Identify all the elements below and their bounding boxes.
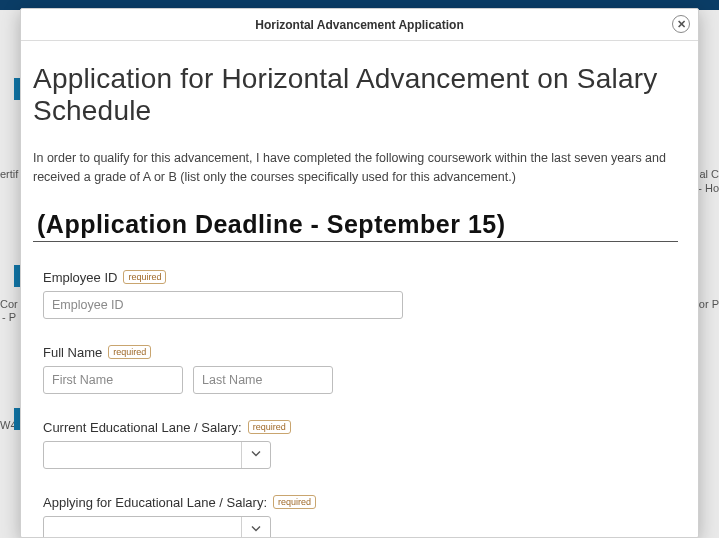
select-divider: [241, 442, 242, 468]
bg-text: or P: [699, 298, 719, 310]
page-title: Application for Horizontal Advancement o…: [33, 63, 678, 127]
deadline-heading: (Application Deadline - September 15): [33, 210, 678, 242]
required-pill: required: [108, 345, 151, 359]
current-lane-label-row: Current Educational Lane / Salary: requi…: [43, 420, 678, 435]
close-icon: ✕: [677, 18, 686, 31]
bg-text: - Ho: [698, 182, 719, 194]
employee-id-label-row: Employee ID required: [43, 270, 678, 285]
employee-id-label: Employee ID: [43, 270, 117, 285]
field-full-name: Full Name required: [43, 345, 678, 394]
first-name-input[interactable]: [43, 366, 183, 394]
current-lane-label: Current Educational Lane / Salary:: [43, 420, 242, 435]
last-name-input[interactable]: [193, 366, 333, 394]
bg-text: - P: [2, 311, 16, 323]
bg-text: al C: [699, 168, 719, 180]
current-lane-select[interactable]: [43, 441, 271, 469]
chevron-down-icon: [250, 447, 262, 462]
close-button[interactable]: ✕: [672, 15, 690, 33]
modal-body[interactable]: Application for Horizontal Advancement o…: [21, 41, 698, 537]
applying-lane-label-row: Applying for Educational Lane / Salary: …: [43, 495, 678, 510]
modal-body-wrap: Application for Horizontal Advancement o…: [21, 41, 698, 537]
required-pill: required: [123, 270, 166, 284]
applying-lane-select[interactable]: [43, 516, 271, 537]
chevron-down-icon: [250, 522, 262, 537]
required-pill: required: [248, 420, 291, 434]
select-divider: [241, 517, 242, 537]
intro-text: In order to qualify for this advancement…: [33, 149, 678, 185]
bg-text: ertif: [0, 168, 18, 180]
field-current-lane: Current Educational Lane / Salary: requi…: [43, 420, 678, 469]
full-name-label: Full Name: [43, 345, 102, 360]
applying-lane-label: Applying for Educational Lane / Salary:: [43, 495, 267, 510]
modal-dialog: Horizontal Advancement Application ✕ App…: [20, 8, 699, 538]
employee-id-input[interactable]: [43, 291, 403, 319]
field-employee-id: Employee ID required: [43, 270, 678, 319]
field-applying-lane: Applying for Educational Lane / Salary: …: [43, 495, 678, 537]
full-name-label-row: Full Name required: [43, 345, 678, 360]
modal-header: Horizontal Advancement Application ✕: [21, 9, 698, 41]
bg-text: Cor: [0, 298, 18, 310]
required-pill: required: [273, 495, 316, 509]
modal-title: Horizontal Advancement Application: [255, 18, 463, 32]
name-inputs-row: [43, 366, 678, 394]
